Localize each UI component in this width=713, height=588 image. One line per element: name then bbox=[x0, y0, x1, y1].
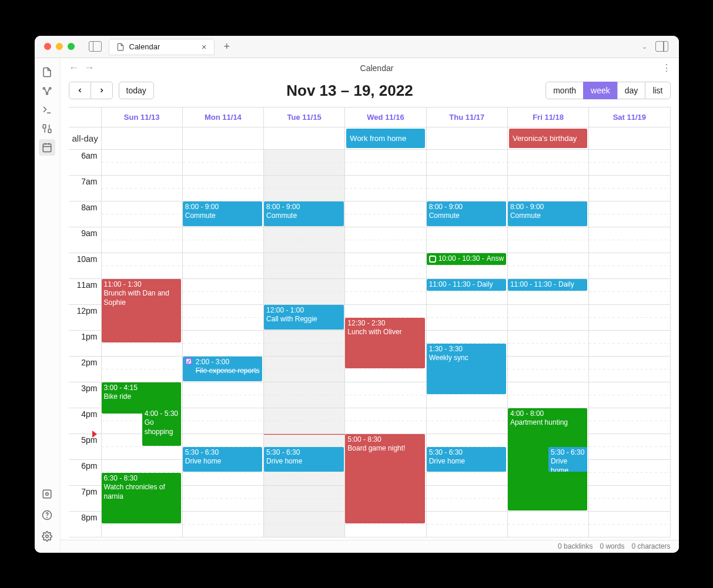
day-header[interactable]: Sat 11/19 bbox=[589, 107, 670, 127]
right-panel-toggle-icon[interactable] bbox=[655, 41, 668, 52]
time-slot[interactable] bbox=[264, 408, 345, 434]
calendar-event[interactable]: 8:00 - 9:00Commute bbox=[427, 201, 507, 226]
task-checkbox[interactable] bbox=[429, 256, 436, 263]
nav-forward-button[interactable]: → bbox=[84, 62, 92, 74]
time-slot[interactable] bbox=[589, 434, 670, 460]
time-slot[interactable] bbox=[508, 253, 589, 279]
day-header[interactable]: Sun 11/13 bbox=[102, 107, 183, 127]
allday-event[interactable]: Veronica's birthday bbox=[509, 129, 587, 148]
view-list-button[interactable]: list bbox=[645, 82, 670, 99]
nav-back-button[interactable]: ← bbox=[69, 62, 77, 74]
calendar-event[interactable]: 10:00 - 10:30 -Answ bbox=[427, 253, 507, 265]
time-slot[interactable] bbox=[183, 227, 264, 253]
view-day-button[interactable]: day bbox=[617, 82, 646, 99]
today-button[interactable]: today bbox=[119, 82, 154, 99]
time-slot[interactable] bbox=[589, 176, 670, 201]
time-slot[interactable] bbox=[508, 512, 589, 537]
time-slot[interactable] bbox=[427, 408, 508, 434]
time-slot[interactable] bbox=[183, 305, 264, 331]
calendar-event[interactable]: 8:00 - 9:00Commute bbox=[508, 201, 588, 226]
calendar-event[interactable]: 5:30 - 6:30Drive home bbox=[427, 447, 507, 472]
minimize-window-button[interactable] bbox=[56, 43, 63, 50]
time-slot[interactable] bbox=[589, 331, 670, 357]
close-tab-icon[interactable]: × bbox=[202, 42, 207, 52]
time-slot[interactable] bbox=[264, 357, 345, 382]
allday-event[interactable]: Work from home bbox=[346, 129, 424, 148]
view-month-button[interactable]: month bbox=[545, 82, 584, 99]
calendar-event[interactable]: 6:30 - 8:30Watch chronicles of narnia bbox=[102, 473, 182, 523]
allday-cell[interactable] bbox=[264, 127, 345, 150]
calendar-event[interactable]: 5:30 - 6:30Drive home bbox=[264, 447, 344, 472]
time-slot[interactable] bbox=[508, 176, 589, 201]
time-slot[interactable] bbox=[345, 227, 426, 253]
calendar-event[interactable]: 5:30 - 6:30Drive home bbox=[183, 447, 263, 472]
more-menu-icon[interactable]: ⋮ bbox=[662, 62, 671, 73]
time-slot[interactable] bbox=[589, 460, 670, 486]
calendar-event[interactable]: 8:00 - 9:00Commute bbox=[183, 201, 263, 226]
time-slot[interactable] bbox=[589, 227, 670, 253]
day-header[interactable]: Thu 11/17 bbox=[427, 107, 508, 127]
calendar-event[interactable]: 1:30 - 3:30Weekly sync bbox=[427, 344, 507, 394]
day-header[interactable]: Wed 11/16 bbox=[345, 107, 426, 127]
time-slot[interactable] bbox=[102, 150, 183, 176]
left-panel-toggle-icon[interactable] bbox=[89, 41, 102, 52]
sidebar-settings-icon[interactable] bbox=[39, 528, 55, 545]
allday-cell[interactable] bbox=[427, 127, 508, 150]
time-slot[interactable] bbox=[589, 382, 670, 408]
time-slot[interactable] bbox=[264, 486, 345, 512]
calendar-event[interactable]: 11:00 - 11:30 -Daily bbox=[508, 279, 588, 291]
time-slot[interactable] bbox=[589, 201, 670, 227]
sidebar-graph-icon[interactable] bbox=[39, 83, 55, 99]
time-slot[interactable] bbox=[589, 357, 670, 382]
time-slot[interactable] bbox=[102, 176, 183, 201]
time-slot[interactable] bbox=[345, 279, 426, 305]
time-slot[interactable] bbox=[427, 305, 508, 331]
allday-cell[interactable] bbox=[102, 127, 183, 150]
time-slot[interactable] bbox=[183, 331, 264, 357]
view-week-button[interactable]: week bbox=[583, 82, 618, 99]
calendar-event[interactable]: 12:30 - 2:30Lunch with Oliver bbox=[345, 318, 425, 368]
time-slot[interactable] bbox=[264, 176, 345, 201]
calendar-event[interactable]: 5:00 - 8:30Board game night! bbox=[345, 434, 425, 523]
time-slot[interactable] bbox=[589, 150, 670, 176]
sidebar-files-icon[interactable] bbox=[39, 64, 55, 80]
time-slot[interactable] bbox=[427, 176, 508, 201]
time-slot[interactable] bbox=[345, 176, 426, 201]
tab-calendar[interactable]: Calendar × bbox=[109, 39, 215, 55]
time-slot[interactable] bbox=[345, 382, 426, 408]
allday-cell[interactable]: Veronica's birthday bbox=[508, 127, 589, 150]
time-slot[interactable] bbox=[183, 253, 264, 279]
time-slot[interactable] bbox=[589, 253, 670, 279]
sidebar-vault-icon[interactable] bbox=[39, 486, 55, 502]
time-slot[interactable] bbox=[345, 150, 426, 176]
calendar-event[interactable]: 4:00 - 5:30Go shopping bbox=[142, 408, 181, 446]
close-window-button[interactable] bbox=[44, 43, 51, 50]
day-header[interactable]: Mon 11/14 bbox=[183, 107, 264, 127]
time-slot[interactable] bbox=[589, 279, 670, 305]
time-slot[interactable] bbox=[183, 176, 264, 201]
task-checkbox[interactable] bbox=[185, 358, 192, 365]
day-header[interactable]: Fri 11/18 bbox=[508, 107, 589, 127]
time-slot[interactable] bbox=[183, 279, 264, 305]
time-slot[interactable] bbox=[183, 512, 264, 537]
time-slot[interactable] bbox=[508, 227, 589, 253]
time-slot[interactable] bbox=[102, 227, 183, 253]
allday-cell[interactable] bbox=[183, 127, 264, 150]
time-slot[interactable] bbox=[508, 357, 589, 382]
time-slot[interactable] bbox=[589, 305, 670, 331]
time-slot[interactable] bbox=[102, 357, 183, 382]
time-slot[interactable] bbox=[508, 331, 589, 357]
sidebar-binary-icon[interactable] bbox=[39, 120, 55, 137]
time-slot[interactable] bbox=[183, 486, 264, 512]
calendar-event[interactable]: 8:00 - 9:00Commute bbox=[264, 201, 344, 226]
time-slot[interactable] bbox=[102, 253, 183, 279]
chevron-down-icon[interactable]: ⌄ bbox=[642, 43, 647, 51]
time-slot[interactable] bbox=[102, 201, 183, 227]
sidebar-help-icon[interactable] bbox=[39, 507, 55, 523]
time-slot[interactable] bbox=[345, 408, 426, 434]
time-slot[interactable] bbox=[589, 512, 670, 537]
time-slot[interactable] bbox=[183, 408, 264, 434]
calendar-event[interactable]: 12:00 - 1:00Call with Reggie bbox=[264, 305, 344, 330]
time-slot[interactable] bbox=[264, 227, 345, 253]
sidebar-calendar-icon[interactable] bbox=[39, 139, 55, 156]
